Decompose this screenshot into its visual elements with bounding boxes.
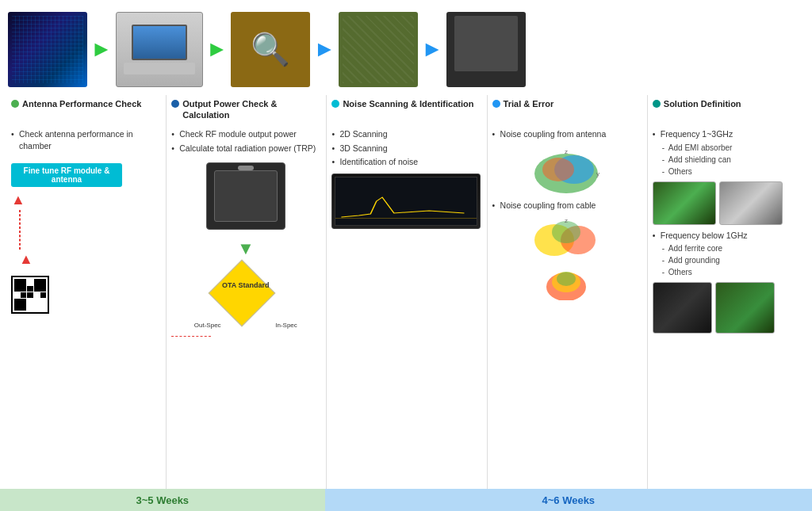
qr-code	[11, 276, 49, 314]
svg-point-2	[542, 158, 574, 181]
trial-dot	[492, 100, 500, 108]
solution-pcb-4	[715, 282, 775, 334]
noise-title: Noise Scanning & Identification	[343, 98, 473, 109]
noise-bullet-2: 3D Scanning	[331, 143, 480, 154]
noise-bullet-1: 2D Scanning	[331, 128, 480, 140]
section-output: Output Power Check & Calculation Check R…	[166, 95, 324, 489]
section-noise-header: Noise Scanning & Identification	[331, 98, 480, 124]
arrow-1: ►	[90, 36, 113, 62]
section-solution-header: Solution Definition	[653, 98, 801, 124]
solution-pcb-row-1	[653, 181, 801, 225]
spectrum-image	[331, 174, 480, 229]
output-arrow-down: ▼	[171, 238, 320, 259]
solution-sub-2-2: Add grounding	[662, 255, 801, 265]
svg-text:z: z	[565, 148, 568, 155]
solution-sub-2-3: Others	[662, 267, 801, 277]
noise-bullet-3: Identification of noise	[331, 156, 480, 168]
antenna-lower: Fine tune RF module & antenna ▲ ▲	[11, 160, 159, 269]
section-solution: Solution Definition Frequency 1~3GHz Add…	[647, 95, 806, 489]
antenna-shape-2: z	[530, 216, 602, 260]
svg-text:y: y	[596, 170, 599, 177]
antenna-shape-3	[542, 265, 590, 300]
noise-bullets: 2D Scanning 3D Scanning Identification o…	[331, 128, 480, 170]
section-antenna-header: Antenna Performance Check	[11, 98, 159, 124]
solution-sub-2-1: Add ferrite core	[662, 243, 801, 254]
output-device-inner	[214, 170, 278, 222]
section-trial-header: Trial & Error	[492, 98, 641, 124]
output-bullets: Check RF module output power Calculate t…	[171, 128, 320, 156]
solution-sub-1-1: Add EMI absorber	[662, 143, 801, 153]
antenna-svg-1: z y	[530, 146, 602, 193]
ota-diamond	[208, 260, 275, 327]
antenna-dot	[11, 100, 19, 108]
section-noise: Noise Scanning & Identification 2D Scann…	[326, 95, 485, 489]
solution-title: Solution Definition	[664, 98, 741, 109]
svg-point-11	[557, 272, 576, 286]
solution-pcb-2	[719, 181, 783, 225]
timeline-bar: 3~5 Weeks 4~6 Weeks	[0, 489, 812, 511]
content-row: Antenna Performance Check Check antenna …	[0, 95, 812, 489]
analyzer-screen	[132, 25, 187, 60]
output-device-image	[206, 162, 285, 230]
arrow-2: ►	[206, 36, 228, 62]
in-spec-label: In-Spec	[275, 322, 297, 329]
solution-bullets-1: Frequency 1~3GHz	[653, 128, 801, 143]
out-spec-label: Out-Spec	[194, 322, 221, 329]
solution-pcb-3	[653, 282, 712, 334]
spectrum-screen	[335, 177, 477, 226]
trial-bullet-2: Noise coupling from cable	[492, 200, 641, 212]
solution-sub-1-3: Others	[662, 166, 801, 177]
arrow-3: ►	[313, 36, 335, 62]
antenna-svg-2: z	[530, 216, 602, 260]
trial-title: Trial & Error	[504, 98, 554, 109]
dashed-h-line	[171, 336, 211, 337]
device-image	[446, 12, 526, 87]
dashed-line-area	[19, 210, 21, 250]
qr-code-area	[11, 276, 159, 314]
solution-freq1: Frequency 1~3GHz	[653, 128, 801, 140]
solution-bullets-2: Frequency below 1GHz	[653, 230, 801, 244]
timeline-left: 3~5 Weeks	[0, 489, 325, 511]
trial-bullets: Noise coupling from antenna	[492, 128, 641, 143]
red-arrow-up-2: ▲	[19, 251, 33, 268]
solution-sub-1: Add EMI absorber Add shielding can Other…	[653, 143, 801, 178]
output-bullet-1: Check RF module output power	[171, 128, 320, 140]
red-arrow-up-1: ▲	[11, 192, 25, 208]
timeline-right: 4~6 Weeks	[325, 489, 812, 511]
trial-bullets-2: Noise coupling from cable	[492, 200, 641, 214]
dashed-v-line	[19, 210, 21, 250]
solution-pcb-row-2	[653, 282, 801, 334]
antenna-bullets: Check antenna performance in chamber	[11, 128, 159, 154]
solution-sub-1-2: Add shielding can	[662, 154, 801, 165]
solution-sub-2: Add ferrite core Add grounding Others	[653, 243, 801, 279]
ota-label: OTA Standard	[194, 281, 297, 290]
fine-tune-button[interactable]: Fine tune RF module & antenna	[11, 163, 122, 187]
pcb-arrows-image	[339, 12, 418, 87]
image-row: ► ► ► ►	[0, 0, 812, 95]
svg-point-7	[552, 221, 580, 243]
analyzer-body	[124, 63, 195, 74]
noise-dot	[331, 100, 339, 108]
output-dot	[171, 100, 179, 108]
antenna-title: Antenna Performance Check	[22, 98, 141, 109]
solution-dot	[653, 100, 661, 108]
section-output-header: Output Power Check & Calculation	[171, 98, 320, 124]
output-device-handle	[238, 166, 254, 170]
output-title: Output Power Check & Calculation	[182, 98, 320, 121]
antenna-bullet-1: Check antenna performance in chamber	[11, 128, 159, 151]
out-spec-arrow	[171, 336, 320, 337]
section-trial: Trial & Error Noise coupling from antenn…	[487, 95, 645, 489]
trial-bullet-1: Noise coupling from antenna	[492, 128, 641, 140]
solution-pcb-1	[653, 181, 716, 225]
antenna-shape-1: z y	[530, 146, 602, 193]
svg-text:z: z	[565, 217, 568, 224]
main-container: ► ► ► ► Antenna Performance Check Check …	[0, 0, 812, 511]
antenna-svg-3	[542, 265, 590, 300]
analyzer-image	[116, 12, 203, 87]
solution-freq2: Frequency below 1GHz	[653, 230, 801, 242]
arrow-4: ►	[421, 36, 443, 62]
spectrum-baseline	[335, 218, 476, 219]
magnifier-image	[231, 12, 310, 87]
output-bullet-2: Calculate total radiation power (TRP)	[171, 143, 320, 154]
ota-container: OTA Standard Out-Spec In-Spec	[194, 261, 297, 333]
